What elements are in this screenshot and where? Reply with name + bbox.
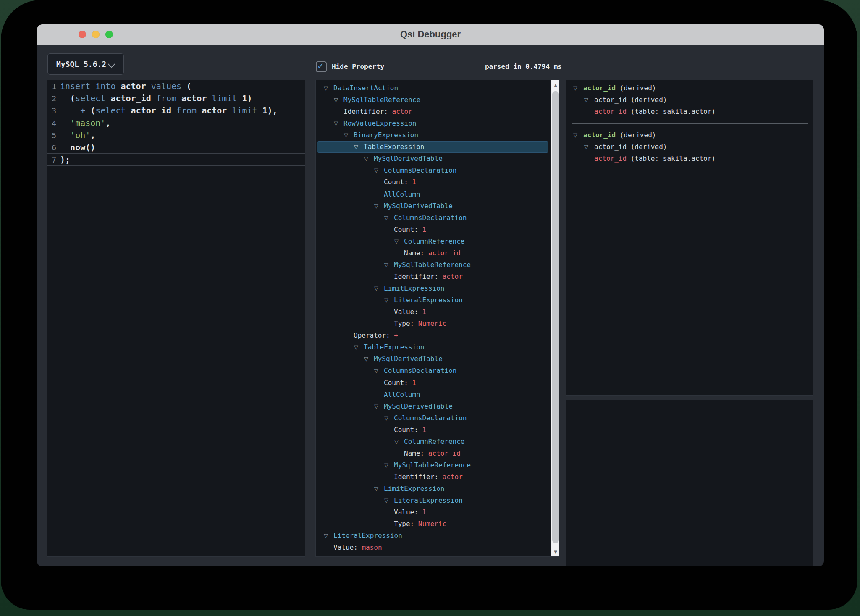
tree-property[interactable]: Value: mason (316, 542, 550, 553)
expander-icon[interactable]: ▽ (372, 283, 380, 294)
minimize-button[interactable] (92, 31, 100, 38)
semantic-row[interactable]: ▽actor_id (derived) (566, 82, 801, 94)
code-line[interactable]: 2 (select actor_id from actor limit 1) (47, 92, 305, 105)
tree-node[interactable]: ▽TableExpression (316, 141, 550, 153)
zoom-button[interactable] (105, 31, 113, 38)
tree-node[interactable]: ▽LimitExpression (316, 283, 550, 294)
tree-row-label: BinaryExpression (354, 129, 418, 141)
tree-node[interactable]: ▽ColumnsDeclaration (316, 365, 550, 377)
tree-node[interactable]: ▽ColumnsDeclaration (316, 412, 550, 424)
expander-icon[interactable]: ▽ (342, 129, 350, 141)
expander-icon[interactable]: ▽ (383, 495, 390, 506)
expander-icon[interactable]: ▽ (582, 141, 590, 153)
tree-node[interactable]: ▽MySqlTableReference (316, 459, 550, 471)
dialect-dropdown[interactable]: MySQL 5.6.2 (47, 53, 124, 75)
code-line[interactable]: 7); (47, 154, 305, 166)
tree-node[interactable]: ▽ColumnsDeclaration (316, 212, 550, 224)
tree-property[interactable]: Type: Numeric (316, 318, 550, 330)
tree-property[interactable]: Identifier: actor (316, 271, 550, 283)
expander-icon[interactable]: ▽ (352, 141, 360, 153)
tree-node[interactable]: ▽MySqlTableReference (316, 94, 550, 106)
scroll-up-icon[interactable]: ▲ (551, 81, 559, 89)
tree-property[interactable]: Name: actor_id (316, 247, 550, 259)
tree-node[interactable]: ▽LiteralExpression (316, 495, 550, 506)
semantic-row[interactable]: ▽actor_id (derived) (566, 94, 801, 106)
tree-node[interactable]: ▽LiteralExpression (316, 294, 550, 306)
tree-node[interactable]: ▽MySqlDerivedTable (316, 353, 550, 365)
expander-icon[interactable]: ▽ (383, 412, 390, 424)
expander-icon[interactable]: ▽ (572, 129, 579, 141)
expander-icon[interactable]: ▽ (332, 118, 340, 129)
detail-panel[interactable] (566, 400, 813, 566)
tree-property[interactable]: Count: 1 (316, 224, 550, 236)
tree-node[interactable]: ▽DataInsertAction (316, 82, 550, 94)
tree-node[interactable]: ▽MySqlDerivedTable (316, 401, 550, 412)
tree-node[interactable]: ▽LiteralExpression (316, 530, 550, 542)
expander-icon[interactable]: ▽ (322, 530, 330, 542)
tree-node[interactable]: ▽ColumnReference (316, 436, 550, 448)
tree-property[interactable]: Type: Numeric (316, 518, 550, 530)
expander-icon[interactable]: ▽ (372, 165, 380, 176)
tree-property[interactable]: Count: 1 (316, 377, 550, 389)
tree-node[interactable]: ▽LimitExpression (316, 483, 550, 495)
tree-node[interactable]: AllColumn (316, 189, 550, 200)
tree-property[interactable]: Count: 1 (316, 424, 550, 436)
app-window: Qsi Debugger MySQL 5.6.2 1insert into ac… (37, 24, 824, 566)
ast-tree-panel[interactable]: ▽DataInsertAction▽MySqlTableReferenceIde… (315, 80, 559, 557)
expander-icon[interactable]: ▽ (383, 212, 390, 224)
expander-icon[interactable]: ▽ (372, 483, 380, 495)
tree-property[interactable]: Value: 1 (316, 306, 550, 318)
semantic-row[interactable]: actor_id (table: sakila.actor) (566, 153, 801, 165)
expander-icon[interactable]: ▽ (372, 401, 380, 412)
tree-property[interactable]: Identifier: actor (316, 106, 550, 118)
tree-property[interactable]: Count: 1 (316, 176, 550, 188)
semantics-panel[interactable]: ▽actor_id (derived)▽actor_id (derived)ac… (566, 80, 813, 396)
tree-node[interactable]: ▽MySqlDerivedTable (316, 200, 550, 212)
hide-property-label[interactable]: Hide Property (332, 61, 384, 72)
expander-icon[interactable]: ▽ (572, 82, 579, 94)
tree-row-label: AllColumn (384, 189, 420, 200)
tree-node[interactable]: AllColumn (316, 389, 550, 401)
tree-node[interactable]: ▽MySqlTableReference (316, 259, 550, 271)
code-line[interactable]: 3 + (select actor_id from actor limit 1)… (47, 105, 305, 117)
tree-node[interactable]: ▽ColumnsDeclaration (316, 165, 550, 176)
tree-property[interactable]: Type: String (316, 553, 550, 557)
expander-icon[interactable]: ▽ (372, 200, 380, 212)
expander-icon[interactable]: ▽ (352, 341, 360, 353)
code-line[interactable]: 4 'mason', (47, 117, 305, 129)
tree-property[interactable]: Identifier: actor (316, 471, 550, 483)
tree-node[interactable]: ▽TableExpression (316, 341, 550, 353)
expander-icon[interactable]: ▽ (393, 236, 400, 247)
expander-icon[interactable]: ▽ (582, 94, 590, 106)
code-line[interactable]: 5 'oh', (47, 129, 305, 142)
tree-property[interactable]: Name: actor_id (316, 448, 550, 459)
expander-icon[interactable]: ▽ (362, 153, 370, 165)
tree-scrollbar[interactable]: ▲ ▼ (551, 80, 559, 557)
expander-icon[interactable]: ▽ (383, 259, 390, 271)
titlebar[interactable]: Qsi Debugger (37, 24, 824, 45)
tree-node[interactable]: ▽ColumnReference (316, 236, 550, 247)
tree-node[interactable]: ▽BinaryExpression (316, 129, 550, 141)
hide-property-checkbox[interactable]: ✓ (316, 61, 327, 72)
scrollbar-thumb[interactable] (552, 91, 559, 543)
tree-node[interactable]: ▽RowValueExpression (316, 118, 550, 129)
semantic-row[interactable]: ▽actor_id (derived) (566, 141, 801, 153)
tree-row-label: Identifier: actor (394, 471, 463, 483)
semantic-row[interactable]: ▽actor_id (derived) (566, 129, 801, 141)
expander-icon[interactable]: ▽ (332, 94, 340, 106)
expander-icon[interactable]: ▽ (383, 459, 390, 471)
expander-icon[interactable]: ▽ (322, 82, 330, 94)
code-line[interactable]: 1insert into actor values ( (47, 80, 305, 92)
close-button[interactable] (79, 31, 86, 38)
expander-icon[interactable]: ▽ (372, 365, 380, 377)
sql-editor[interactable]: 1insert into actor values (2 (select act… (47, 80, 305, 557)
tree-property[interactable]: Operator: + (316, 330, 550, 341)
tree-node[interactable]: ▽MySqlDerivedTable (316, 153, 550, 165)
expander-icon[interactable]: ▽ (362, 353, 370, 365)
code-line[interactable]: 6 now() (47, 142, 305, 154)
tree-property[interactable]: Value: 1 (316, 506, 550, 518)
semantic-row[interactable]: actor_id (table: sakila.actor) (566, 106, 801, 118)
expander-icon[interactable]: ▽ (393, 436, 400, 448)
scroll-down-icon[interactable]: ▼ (551, 548, 559, 556)
expander-icon[interactable]: ▽ (383, 294, 390, 306)
